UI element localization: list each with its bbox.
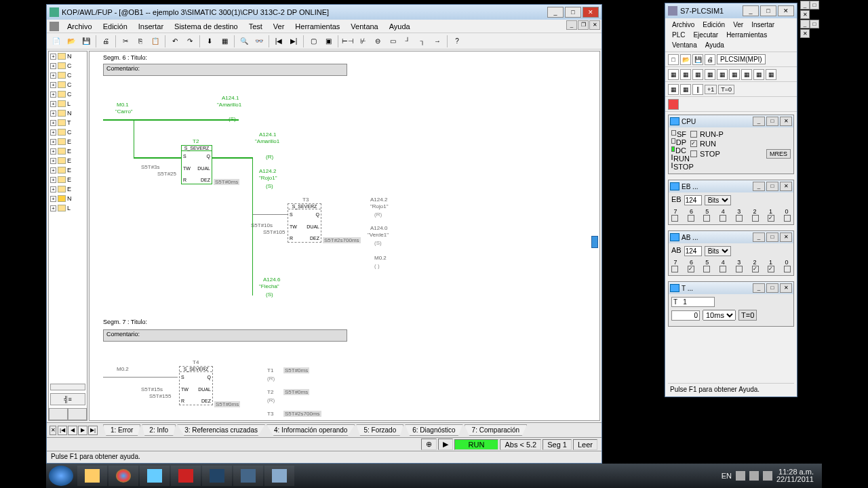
ab-close[interactable]: ✕ (780, 232, 792, 242)
ab-bit-4[interactable] (719, 266, 726, 272)
ladder-canvas[interactable]: Segm. 6 : Titulo: Comentario: M0.1 "Carr… (89, 51, 600, 421)
sim-insert-6[interactable]: ▦ (729, 69, 740, 80)
ab-bit-0[interactable] (784, 266, 791, 272)
eb-min[interactable]: _ (753, 182, 765, 191)
stop-checkbox[interactable] (690, 150, 697, 157)
bg-min[interactable]: _ (800, 1, 810, 9)
taskbar-msn[interactable] (140, 466, 170, 486)
timer-base-select[interactable]: 10ms (703, 310, 736, 321)
t-min[interactable]: _ (753, 283, 765, 293)
sim-menu-archivo[interactable]: Archivo (668, 20, 698, 30)
nav-last-icon[interactable]: ▶| (287, 35, 300, 48)
menu-ver[interactable]: Ver (268, 21, 290, 32)
ab-bit-1[interactable] (768, 266, 774, 272)
eb-bit-2[interactable] (752, 215, 759, 222)
sim-run-cont-icon[interactable]: ▦ (668, 84, 679, 95)
lang-indicator[interactable]: EN (722, 472, 732, 480)
bg-max2[interactable]: □ (810, 20, 819, 28)
sim-menu-ver[interactable]: Ver (729, 20, 747, 30)
taskbar-app1[interactable] (171, 466, 201, 486)
menu-ventana[interactable]: Ventana (345, 21, 383, 32)
sim-insert-7[interactable]: ▦ (741, 69, 752, 80)
bg-close2[interactable]: ✕ (800, 29, 810, 38)
runp-checkbox[interactable] (690, 131, 697, 138)
menu-ayuda[interactable]: Ayuda (384, 21, 416, 32)
child-close[interactable]: ✕ (589, 20, 600, 30)
tree-filter[interactable]: ╣≡ (50, 393, 85, 405)
timer-t0-button[interactable]: T=0 (738, 310, 757, 321)
minimize-button[interactable]: _ (547, 7, 564, 18)
bg-max[interactable]: □ (810, 1, 819, 9)
save-icon[interactable]: 💾 (79, 35, 93, 48)
run-checkbox[interactable] (690, 140, 697, 147)
ab-bit-3[interactable] (736, 266, 743, 272)
tab-comp[interactable]: 7: Comparación (465, 424, 528, 436)
t-max[interactable]: □ (766, 283, 778, 293)
print-icon[interactable]: 🖨 (99, 35, 113, 48)
nav-prev[interactable]: ◀ (68, 426, 77, 435)
block1-icon[interactable]: ▢ (307, 35, 320, 48)
sim-save-icon[interactable]: 💾 (692, 54, 703, 65)
tab-ref[interactable]: 3: Referencias cruzadas (177, 424, 265, 436)
box-icon[interactable]: ▭ (386, 35, 399, 48)
tray-net-icon[interactable] (749, 471, 759, 481)
sim-plus1[interactable]: +1 (705, 85, 717, 94)
ab-bit-7[interactable] (671, 266, 678, 272)
cpu-min[interactable]: _ (753, 117, 765, 126)
zoom-icon[interactable]: 🔍 (237, 35, 251, 48)
nav-next[interactable]: ▶ (78, 426, 87, 435)
sim-record-icon[interactable] (668, 99, 679, 110)
ab-addr-input[interactable] (684, 246, 702, 256)
sim-menu-ejecutar[interactable]: Ejecutar (689, 30, 722, 40)
seg7-comment[interactable]: Comentario: (103, 329, 347, 342)
sim-run-single-icon[interactable]: ▦ (680, 84, 691, 95)
tree-tabs[interactable] (49, 408, 87, 420)
seg6-comment[interactable]: Comentario: (103, 64, 347, 76)
menu-archivo[interactable]: Archivo (62, 21, 98, 32)
sim-menu-plc[interactable]: PLC (668, 30, 689, 40)
sim-menu-ventana[interactable]: Ventana (668, 40, 701, 50)
sim-minimize[interactable]: _ (743, 5, 759, 16)
tabs-close[interactable]: ✕ (50, 426, 56, 435)
tab-forzado[interactable]: 5: Forzado (356, 424, 403, 436)
sim-titlebar[interactable]: S7-PLCSIM1 _ □ ✕ (665, 3, 797, 18)
tab-info[interactable]: 2: Info (142, 424, 176, 436)
eb-max[interactable]: □ (766, 182, 778, 191)
sim-new-icon[interactable]: □ (668, 54, 679, 65)
eb-bit-0[interactable] (784, 215, 791, 222)
sim-insert-9[interactable]: ▦ (766, 69, 776, 80)
ab-bit-5[interactable] (703, 266, 710, 272)
tray-flag-icon[interactable] (736, 471, 745, 481)
sim-insert-8[interactable]: ▦ (753, 69, 764, 80)
new-icon[interactable]: 📄 (50, 35, 63, 48)
sim-menu-edicion[interactable]: Edición (698, 20, 729, 30)
timer-value-input[interactable] (671, 310, 700, 321)
menu-sistema[interactable]: Sistema de destino (169, 21, 243, 32)
eb-bit-5[interactable] (703, 215, 710, 222)
sim-pause-icon[interactable]: ‖ (692, 84, 703, 95)
sim-insert-5[interactable]: ▦ (717, 69, 728, 80)
eb-bit-1[interactable] (768, 215, 774, 222)
cpu-close[interactable]: ✕ (780, 117, 792, 126)
eb-format-select[interactable]: Bits (705, 195, 731, 205)
taskbar-explorer[interactable] (77, 466, 107, 486)
block2-icon[interactable]: ▣ (321, 35, 335, 48)
menu-edicion[interactable]: Edición (98, 21, 133, 32)
copy-icon[interactable]: ⎘ (134, 35, 147, 48)
sim-menu-ayuda[interactable]: Ayuda (701, 40, 728, 50)
ab-max[interactable]: □ (766, 232, 778, 242)
branch2-icon[interactable]: ┐ (416, 35, 429, 48)
eb-close[interactable]: ✕ (780, 182, 792, 191)
sim-menu-herramientas[interactable]: Herramientas (722, 30, 771, 40)
taskbar-plcsim[interactable] (264, 466, 294, 486)
sim-insert-1[interactable]: ▦ (668, 69, 679, 80)
tree-panel[interactable]: +N +C +C +C +C +L +N +T +C +E +E +E +E +… (48, 51, 87, 421)
scroll-thumb[interactable] (591, 236, 598, 248)
help-icon[interactable]: ? (450, 35, 464, 48)
t-close[interactable]: ✕ (780, 283, 792, 293)
tab-op[interactable]: 4: Información operando (267, 424, 355, 436)
timer-name-input[interactable] (671, 297, 715, 307)
contact-closed-icon[interactable]: ⊬ (356, 35, 370, 48)
ab-bit-2[interactable] (752, 266, 759, 272)
maximize-button[interactable]: □ (565, 7, 581, 18)
